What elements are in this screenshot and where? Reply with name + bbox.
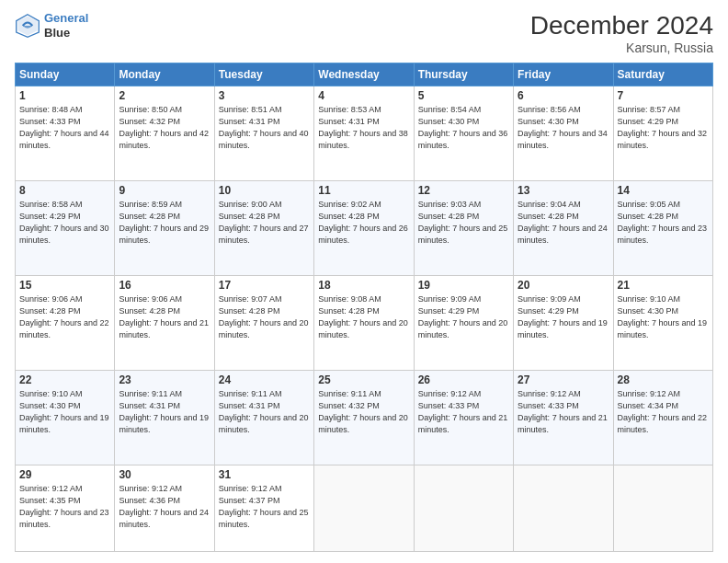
day-number: 12 <box>418 184 509 197</box>
cell-info: Sunrise: 9:09 AMSunset: 4:29 PMDaylight:… <box>418 293 509 341</box>
day-number: 8 <box>19 184 110 197</box>
cell-info: Sunrise: 9:12 AMSunset: 4:37 PMDaylight:… <box>219 483 310 531</box>
weekday-tuesday: Tuesday <box>214 63 313 86</box>
cell-info: Sunrise: 8:57 AMSunset: 4:29 PMDaylight:… <box>618 104 709 152</box>
calendar-cell: 10 Sunrise: 9:00 AMSunset: 4:28 PMDaylig… <box>214 180 313 275</box>
day-number: 25 <box>318 373 409 386</box>
week-row-2: 8 Sunrise: 8:58 AMSunset: 4:29 PMDayligh… <box>16 180 713 275</box>
weekday-wednesday: Wednesday <box>314 63 414 86</box>
day-number: 27 <box>518 373 609 386</box>
cell-info: Sunrise: 8:58 AMSunset: 4:29 PMDaylight:… <box>19 199 110 247</box>
calendar-cell: 29 Sunrise: 9:12 AMSunset: 4:35 PMDaylig… <box>16 465 115 551</box>
calendar-cell: 11 Sunrise: 9:02 AMSunset: 4:28 PMDaylig… <box>314 180 414 275</box>
calendar-cell: 30 Sunrise: 9:12 AMSunset: 4:36 PMDaylig… <box>115 465 214 551</box>
calendar-cell: 12 Sunrise: 9:03 AMSunset: 4:28 PMDaylig… <box>414 180 513 275</box>
cell-info: Sunrise: 8:48 AMSunset: 4:33 PMDaylight:… <box>19 104 110 152</box>
cell-info: Sunrise: 9:11 AMSunset: 4:31 PMDaylight:… <box>219 388 310 436</box>
calendar-cell: 17 Sunrise: 9:07 AMSunset: 4:28 PMDaylig… <box>214 275 313 370</box>
location: Karsun, Russia <box>530 40 713 55</box>
calendar-cell: 9 Sunrise: 8:59 AMSunset: 4:28 PMDayligh… <box>115 180 214 275</box>
weekday-sunday: Sunday <box>16 63 115 86</box>
weekday-friday: Friday <box>514 63 613 86</box>
calendar-cell: 2 Sunrise: 8:50 AMSunset: 4:32 PMDayligh… <box>115 86 214 181</box>
calendar-cell: 18 Sunrise: 9:08 AMSunset: 4:28 PMDaylig… <box>314 275 414 370</box>
calendar-cell: 1 Sunrise: 8:48 AMSunset: 4:33 PMDayligh… <box>16 86 115 181</box>
cell-info: Sunrise: 9:05 AMSunset: 4:28 PMDaylight:… <box>618 199 709 247</box>
day-number: 11 <box>318 184 409 197</box>
cell-info: Sunrise: 8:54 AMSunset: 4:30 PMDaylight:… <box>418 104 509 152</box>
cell-info: Sunrise: 9:12 AMSunset: 4:33 PMDaylight:… <box>518 388 609 436</box>
weekday-saturday: Saturday <box>613 63 712 86</box>
calendar-cell: 7 Sunrise: 8:57 AMSunset: 4:29 PMDayligh… <box>613 86 712 181</box>
calendar-cell: 13 Sunrise: 9:04 AMSunset: 4:28 PMDaylig… <box>514 180 613 275</box>
day-number: 1 <box>19 89 110 102</box>
day-number: 22 <box>19 373 110 386</box>
calendar-cell: 5 Sunrise: 8:54 AMSunset: 4:30 PMDayligh… <box>414 86 513 181</box>
day-number: 20 <box>518 279 609 292</box>
logo-line1: General <box>44 11 88 25</box>
day-number: 16 <box>119 279 210 292</box>
cell-info: Sunrise: 9:12 AMSunset: 4:36 PMDaylight:… <box>119 483 210 531</box>
cell-info: Sunrise: 9:12 AMSunset: 4:35 PMDaylight:… <box>19 483 110 531</box>
day-number: 3 <box>219 89 310 102</box>
day-number: 13 <box>518 184 609 197</box>
calendar-cell: 31 Sunrise: 9:12 AMSunset: 4:37 PMDaylig… <box>214 465 313 551</box>
calendar-cell <box>414 465 513 551</box>
cell-info: Sunrise: 9:06 AMSunset: 4:28 PMDaylight:… <box>19 293 110 341</box>
day-number: 7 <box>618 89 709 102</box>
week-row-4: 22 Sunrise: 9:10 AMSunset: 4:30 PMDaylig… <box>16 370 713 465</box>
calendar-cell: 24 Sunrise: 9:11 AMSunset: 4:31 PMDaylig… <box>214 370 313 465</box>
weekday-header-row: SundayMondayTuesdayWednesdayThursdayFrid… <box>16 63 713 86</box>
cell-info: Sunrise: 9:10 AMSunset: 4:30 PMDaylight:… <box>618 293 709 341</box>
calendar-cell: 15 Sunrise: 9:06 AMSunset: 4:28 PMDaylig… <box>16 275 115 370</box>
title-block: December 2024 Karsun, Russia <box>530 11 713 55</box>
day-number: 18 <box>318 279 409 292</box>
calendar-table: SundayMondayTuesdayWednesdayThursdayFrid… <box>15 63 713 552</box>
day-number: 2 <box>119 89 210 102</box>
cell-info: Sunrise: 9:07 AMSunset: 4:28 PMDaylight:… <box>219 293 310 341</box>
calendar-cell: 4 Sunrise: 8:53 AMSunset: 4:31 PMDayligh… <box>314 86 414 181</box>
calendar-cell <box>314 465 414 551</box>
day-number: 17 <box>219 279 310 292</box>
calendar-cell: 21 Sunrise: 9:10 AMSunset: 4:30 PMDaylig… <box>613 275 712 370</box>
page: General Blue December 2024 Karsun, Russi… <box>0 0 728 563</box>
calendar-body: 1 Sunrise: 8:48 AMSunset: 4:33 PMDayligh… <box>16 86 713 552</box>
cell-info: Sunrise: 9:03 AMSunset: 4:28 PMDaylight:… <box>418 199 509 247</box>
cell-info: Sunrise: 9:11 AMSunset: 4:32 PMDaylight:… <box>318 388 409 436</box>
calendar-cell: 22 Sunrise: 9:10 AMSunset: 4:30 PMDaylig… <box>16 370 115 465</box>
logo-icon <box>15 13 40 39</box>
calendar-cell: 3 Sunrise: 8:51 AMSunset: 4:31 PMDayligh… <box>214 86 313 181</box>
day-number: 30 <box>119 468 210 481</box>
day-number: 26 <box>418 373 509 386</box>
calendar-cell <box>613 465 712 551</box>
cell-info: Sunrise: 9:12 AMSunset: 4:33 PMDaylight:… <box>418 388 509 436</box>
day-number: 23 <box>119 373 210 386</box>
calendar-cell: 20 Sunrise: 9:09 AMSunset: 4:29 PMDaylig… <box>514 275 613 370</box>
calendar-cell: 8 Sunrise: 8:58 AMSunset: 4:29 PMDayligh… <box>16 180 115 275</box>
day-number: 9 <box>119 184 210 197</box>
day-number: 19 <box>418 279 509 292</box>
week-row-1: 1 Sunrise: 8:48 AMSunset: 4:33 PMDayligh… <box>16 86 713 181</box>
day-number: 10 <box>219 184 310 197</box>
calendar-cell <box>514 465 613 551</box>
header: General Blue December 2024 Karsun, Russi… <box>15 11 713 55</box>
day-number: 29 <box>19 468 110 481</box>
weekday-thursday: Thursday <box>414 63 513 86</box>
day-number: 14 <box>618 184 709 197</box>
cell-info: Sunrise: 9:12 AMSunset: 4:34 PMDaylight:… <box>618 388 709 436</box>
logo-text: General Blue <box>44 11 88 40</box>
cell-info: Sunrise: 8:51 AMSunset: 4:31 PMDaylight:… <box>219 104 310 152</box>
calendar-cell: 26 Sunrise: 9:12 AMSunset: 4:33 PMDaylig… <box>414 370 513 465</box>
cell-info: Sunrise: 9:00 AMSunset: 4:28 PMDaylight:… <box>219 199 310 247</box>
day-number: 28 <box>618 373 709 386</box>
cell-info: Sunrise: 8:53 AMSunset: 4:31 PMDaylight:… <box>318 104 409 152</box>
cell-info: Sunrise: 9:02 AMSunset: 4:28 PMDaylight:… <box>318 199 409 247</box>
day-number: 5 <box>418 89 509 102</box>
calendar-cell: 23 Sunrise: 9:11 AMSunset: 4:31 PMDaylig… <box>115 370 214 465</box>
cell-info: Sunrise: 8:50 AMSunset: 4:32 PMDaylight:… <box>119 104 210 152</box>
cell-info: Sunrise: 9:08 AMSunset: 4:28 PMDaylight:… <box>318 293 409 341</box>
logo: General Blue <box>15 11 88 40</box>
day-number: 31 <box>219 468 310 481</box>
cell-info: Sunrise: 9:04 AMSunset: 4:28 PMDaylight:… <box>518 199 609 247</box>
day-number: 4 <box>318 89 409 102</box>
